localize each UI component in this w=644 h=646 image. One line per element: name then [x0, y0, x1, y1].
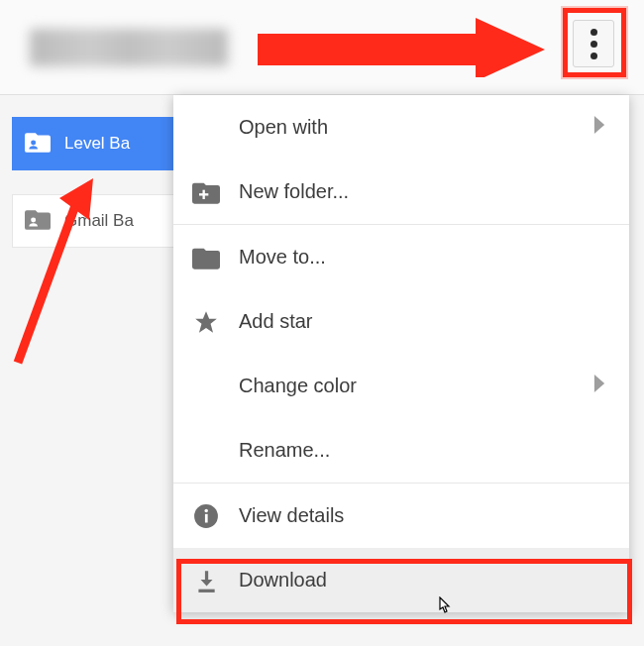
folder-icon: [173, 246, 239, 269]
new-folder-icon: [173, 180, 239, 204]
menu-item-label: Move to...: [239, 246, 593, 269]
svg-point-0: [31, 140, 36, 145]
svg-rect-5: [205, 513, 208, 522]
svg-rect-3: [199, 193, 208, 195]
menu-item-rename[interactable]: Rename...: [173, 418, 629, 483]
download-icon: [173, 568, 239, 593]
breadcrumb-blurred: [30, 29, 228, 66]
info-icon: [173, 503, 239, 529]
menu-item-new-folder[interactable]: New folder...: [173, 160, 629, 224]
menu-item-open-with[interactable]: Open with: [173, 95, 629, 160]
menu-item-download[interactable]: Download: [173, 548, 629, 612]
menu-item-move-to[interactable]: Move to...: [173, 225, 629, 289]
menu-item-label: Open with: [239, 116, 593, 139]
folder-card[interactable]: Gmail Ba: [12, 194, 184, 248]
context-menu: Open with New folder... Move to... Add s…: [173, 95, 629, 612]
menu-item-view-details[interactable]: View details: [173, 484, 629, 548]
chevron-right-icon: [593, 375, 629, 397]
menu-item-label: Add star: [239, 310, 593, 333]
folder-card-selected[interactable]: Level Ba: [12, 117, 184, 170]
menu-item-label: New folder...: [239, 180, 593, 203]
menu-item-label: Download: [239, 569, 593, 592]
menu-item-change-color[interactable]: Change color: [173, 354, 629, 418]
chevron-right-icon: [593, 116, 629, 139]
menu-item-add-star[interactable]: Add star: [173, 289, 629, 354]
menu-item-label: Rename...: [239, 439, 593, 462]
folder-card-label: Gmail Ba: [64, 211, 134, 231]
cursor-pointer-icon: [434, 596, 452, 622]
shared-folder-icon: [25, 208, 51, 235]
shared-folder-icon: [25, 131, 51, 158]
annotation-highlight-more: [563, 8, 626, 77]
star-icon: [173, 309, 239, 335]
svg-point-1: [31, 217, 36, 222]
svg-rect-7: [198, 589, 214, 592]
toolbar: [0, 0, 644, 95]
svg-point-6: [204, 508, 207, 511]
menu-item-label: View details: [239, 504, 593, 527]
menu-item-label: Change color: [239, 375, 593, 397]
folder-card-label: Level Ba: [64, 134, 130, 154]
